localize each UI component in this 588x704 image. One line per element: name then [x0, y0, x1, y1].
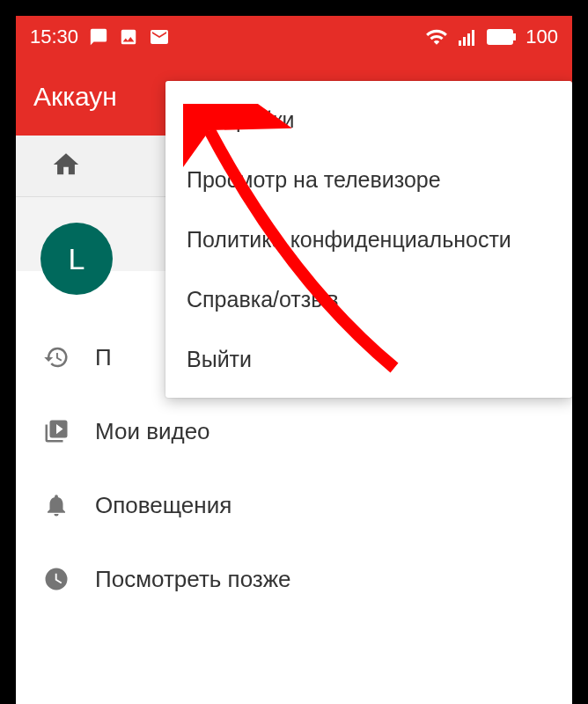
- menu-item-label: Выйти: [187, 347, 252, 372]
- history-icon: [42, 343, 70, 371]
- signal-icon: [457, 26, 478, 48]
- image-icon: [119, 27, 138, 47]
- menu-item-privacy[interactable]: Политика конфиденциальности: [165, 209, 572, 269]
- list-item-my-videos[interactable]: Мои видео: [16, 394, 572, 468]
- svg-rect-3: [472, 30, 474, 46]
- avatar-letter: L: [69, 242, 85, 276]
- bell-icon: [42, 491, 70, 519]
- svg-rect-5: [513, 33, 516, 40]
- list-item-label: П: [95, 344, 112, 371]
- status-time: 15:30: [30, 26, 78, 48]
- menu-item-watch-on-tv[interactable]: Просмотр на телевизоре: [165, 150, 572, 209]
- list-item-watch-later[interactable]: Посмотреть позже: [16, 542, 572, 616]
- battery-icon: [487, 29, 517, 45]
- status-bar: 15:30 100: [16, 16, 572, 58]
- page-title: Аккаун: [33, 82, 117, 112]
- device-frame: 15:30 100 Аккаун: [16, 16, 572, 704]
- list-item-label: Оповещения: [95, 492, 232, 519]
- battery-level: 100: [526, 26, 558, 48]
- menu-item-label: Политика конфиденциальности: [187, 227, 511, 253]
- chat-icon: [89, 27, 108, 47]
- list-item-label: Посмотреть позже: [95, 566, 291, 593]
- list-item-label: Мои видео: [95, 418, 210, 445]
- svg-rect-1: [463, 37, 466, 46]
- svg-rect-0: [459, 40, 461, 46]
- overflow-menu: Настройки Просмотр на телевизоре Политик…: [165, 81, 572, 398]
- play-box-icon: [42, 417, 70, 445]
- list-item-notifications[interactable]: Оповещения: [16, 468, 572, 542]
- svg-rect-4: [488, 30, 512, 44]
- avatar[interactable]: L: [40, 223, 113, 295]
- menu-item-label: Настройки: [187, 107, 295, 133]
- menu-item-logout[interactable]: Выйти: [165, 329, 572, 389]
- menu-item-label: Просмотр на телевизоре: [187, 167, 441, 193]
- menu-item-settings[interactable]: Настройки: [165, 90, 572, 150]
- svg-rect-2: [467, 33, 470, 46]
- menu-item-help[interactable]: Справка/отзыв: [165, 269, 572, 329]
- menu-item-label: Справка/отзыв: [187, 287, 339, 312]
- wifi-icon: [425, 26, 448, 48]
- clock-icon: [42, 565, 70, 593]
- mail-icon: [149, 26, 170, 48]
- home-icon[interactable]: [51, 150, 81, 183]
